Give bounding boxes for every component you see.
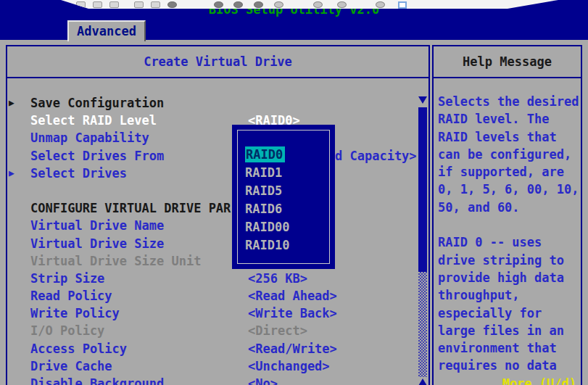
list-item-write-policy[interactable]: Write Policy <Write Back> [9,305,415,322]
help-text-line: environment that [438,339,579,357]
list-section-heading: CONFIGURE VIRTUAL DRIVE PAR [9,199,415,217]
submenu-arrow-icon: ▶ [9,165,15,182]
item-label: Strip Size [30,270,104,287]
help-text-line: 0, 1, 5, 6, 00, 10, [438,181,579,198]
list-item-select-raid-level[interactable]: Select RAID Level <RAID0> [9,112,415,129]
item-label: Disable Background [30,375,164,385]
help-text: Selects the desired RAID level. The RAID… [438,93,579,375]
toolbar-icon[interactable] [313,1,323,8]
list-item-unmap-capability[interactable]: Unmap Capability [9,129,415,146]
item-label: Write Policy [30,305,120,322]
item-label: Select Drives [30,165,127,182]
dropdown-options: RAID0 RAID1 RAID5 RAID6 RAID00 RAID10 [245,146,329,254]
dropdown-option-raid6[interactable]: RAID6 [245,200,329,218]
help-text-line: RAID 0 -- uses [438,233,579,251]
toolbar-icon[interactable] [109,1,119,8]
item-label: Unmap Capability [30,129,149,146]
list-item-strip-size[interactable]: Strip Size <256 KB> [9,270,415,287]
list-item-read-policy[interactable]: Read Policy <Read Ahead> [9,287,415,305]
item-label: Virtual Drive Name [30,217,164,234]
item-value[interactable]: <Write Back> [248,305,337,322]
item-label: Select RAID Level [30,112,157,129]
toolbar-icon[interactable] [254,1,263,8]
raid-level-dropdown: RAID0 RAID1 RAID5 RAID6 RAID00 RAID10 [232,125,335,269]
list-item-virtual-drive-size-unit: Virtual Drive Size Unit [9,252,415,270]
item-value[interactable]: <Unchanged> [248,357,330,375]
help-text-line: RAID levels that [438,128,579,146]
dropdown-option-raid0[interactable]: RAID0 [245,146,329,164]
help-text-line: especially for [438,305,579,322]
scrollbar[interactable] [418,96,428,385]
list-item-save-configuration[interactable]: ▶ Save Configuration [9,94,415,112]
panel-title: Create Virtual Drive [7,46,428,78]
help-text-line [438,216,579,233]
help-text-line: Selects the desired [438,93,579,110]
item-label: Virtual Drive Size Unit [30,252,201,270]
item-label: Virtual Drive Size [30,235,164,252]
help-text-line: 50, and 60. [438,199,579,216]
overlapping-toolbar-fragment [61,0,558,9]
selected-option-highlight[interactable]: RAID0 [245,146,285,162]
help-panel-title: Help Message [434,46,581,78]
scrollbar-thumb[interactable] [418,107,427,272]
item-label: Select Drives From [30,147,164,165]
item-value[interactable]: <Read/Write> [248,340,337,357]
list-item-select-drives[interactable]: ▶ Select Drives [9,165,415,182]
toolbar-icon[interactable] [167,1,177,8]
help-text-line: requires no data [438,357,579,374]
dropdown-option-raid1[interactable]: RAID1 [245,164,329,182]
toolbar-icon[interactable] [274,1,283,8]
toolbar-icon[interactable] [214,1,223,8]
list-item-virtual-drive-size[interactable]: Virtual Drive Size [9,235,415,252]
toolbar-icon[interactable] [233,1,243,8]
item-value: <Direct> [248,322,307,339]
item-label: Drive Cache [30,357,112,375]
tab-advanced[interactable]: Advanced [67,20,146,41]
dropdown-option-raid00[interactable]: RAID00 [245,218,329,236]
item-value[interactable]: <Read Ahead> [248,287,337,305]
help-text-line: drive striping to [438,252,579,269]
help-text-line: RAID level. The [438,110,579,128]
help-text-line: provide high data [438,269,579,286]
create-virtual-drive-panel: Create Virtual Drive ▶ Save Configuratio… [6,45,430,385]
help-text-line: can be configured, [438,146,579,163]
toolbar-selected-icon[interactable] [398,1,407,9]
list-item-access-policy[interactable]: Access Policy <Read/Write> [9,340,415,357]
list-item-drive-cache[interactable]: Drive Cache <Unchanged> [9,357,415,375]
list-item-disable-background[interactable]: Disable Background <No> [9,375,415,385]
scrollbar-track[interactable] [418,272,427,377]
item-value[interactable]: <No> [248,375,278,385]
help-text-line: throughput, [438,286,579,304]
item-value-partially-hidden: d Capacity> [335,147,417,165]
bios-setup-screen: BIOS Setup Utility v2.0 Advanced Create … [0,0,588,385]
toolbar-icon[interactable] [376,1,385,8]
submenu-arrow-icon: ▶ [9,94,15,112]
list-item-virtual-drive-name[interactable]: Virtual Drive Name [9,217,415,234]
list-item-select-drives-from[interactable]: Select Drives From d Capacity> [9,147,415,165]
more-scroll-indicator: More (U/d) [502,378,576,385]
list-spacer [9,182,415,199]
section-label: CONFIGURE VIRTUAL DRIVE PAR [30,199,231,217]
item-label: Access Policy [30,340,127,357]
help-text-line: large files in an [438,322,579,339]
scroll-up-arrow-icon[interactable] [418,378,427,385]
dropdown-option-raid5[interactable]: RAID5 [245,182,329,200]
toolbar-icon[interactable] [134,1,144,8]
help-message-panel: Help Message Selects the desired RAID le… [432,45,582,385]
toolbar-icon[interactable] [337,1,347,8]
help-text-line: if supported, are [438,163,579,181]
dropdown-option-raid10[interactable]: RAID10 [245,236,329,254]
item-label: I/O Policy [30,322,104,339]
settings-list: ▶ Save Configuration Select RAID Level <… [9,94,415,385]
scroll-down-arrow-icon[interactable] [418,96,427,104]
item-label: Read Policy [30,287,112,305]
list-item-io-policy: I/O Policy <Direct> [9,322,415,339]
toolbar-icon[interactable] [93,1,102,8]
item-label: Save Configuration [30,94,164,112]
toolbar-icon[interactable] [151,1,160,8]
item-value[interactable]: <256 KB> [248,270,307,287]
